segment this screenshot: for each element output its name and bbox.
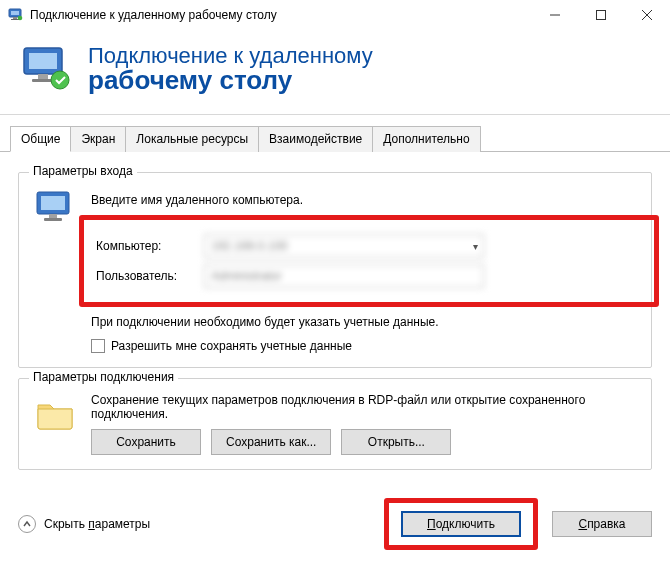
login-instruction: Введите имя удаленного компьютера. xyxy=(91,193,637,207)
connection-group: Параметры подключения Сохранение текущих… xyxy=(18,378,652,470)
open-button[interactable]: Открыть... xyxy=(341,429,451,455)
tab-bar: Общие Экран Локальные ресурсы Взаимодейс… xyxy=(0,125,670,152)
connection-desc: Сохранение текущих параметров подключени… xyxy=(91,393,637,421)
header-line2: рабочему столу xyxy=(88,67,373,93)
save-creds-checkbox[interactable] xyxy=(91,339,105,353)
tab-general[interactable]: Общие xyxy=(10,126,71,152)
save-button[interactable]: Сохранить xyxy=(91,429,201,455)
help-button[interactable]: Справка xyxy=(552,511,652,537)
rdp-icon xyxy=(20,42,74,96)
window-title: Подключение к удаленному рабочему столу xyxy=(30,8,532,22)
header-line1: Подключение к удаленному xyxy=(88,45,373,67)
close-button[interactable] xyxy=(624,0,670,30)
dialog-footer: Скрыть параметры Подключить Справка xyxy=(0,488,670,560)
svg-rect-16 xyxy=(49,214,57,218)
minimize-button[interactable] xyxy=(532,0,578,30)
svg-rect-11 xyxy=(38,74,48,79)
svg-point-4 xyxy=(18,16,23,21)
svg-rect-10 xyxy=(29,53,57,69)
credentials-hint: При подключении необходимо будет указать… xyxy=(91,315,637,329)
connect-button[interactable]: Подключить xyxy=(401,511,521,537)
svg-rect-17 xyxy=(44,218,62,221)
monitor-icon xyxy=(33,187,77,231)
login-group: Параметры входа Введите имя удаленного к… xyxy=(18,172,652,368)
titlebar: Подключение к удаленному рабочему столу xyxy=(0,0,670,30)
computer-label: Компьютер: xyxy=(96,239,204,253)
maximize-button[interactable] xyxy=(578,0,624,30)
tab-display[interactable]: Экран xyxy=(70,126,126,152)
window-controls xyxy=(532,0,670,30)
tab-content: Параметры входа Введите имя удаленного к… xyxy=(0,152,670,488)
svg-rect-6 xyxy=(597,11,606,20)
highlight-credentials: Компьютер: ▾ Пользователь: xyxy=(79,215,659,307)
save-creds-label: Разрешить мне сохранять учетные данные xyxy=(111,339,352,353)
svg-rect-1 xyxy=(11,11,19,15)
svg-rect-2 xyxy=(13,17,17,19)
tab-experience[interactable]: Взаимодействие xyxy=(258,126,373,152)
save-as-button[interactable]: Сохранить как... xyxy=(211,429,331,455)
svg-rect-15 xyxy=(41,196,65,210)
connection-group-title: Параметры подключения xyxy=(29,370,178,384)
svg-rect-3 xyxy=(11,19,19,20)
tab-advanced[interactable]: Дополнительно xyxy=(372,126,480,152)
tab-local-resources[interactable]: Локальные ресурсы xyxy=(125,126,259,152)
highlight-connect: Подключить xyxy=(384,498,538,550)
computer-input[interactable] xyxy=(204,234,484,258)
folder-icon xyxy=(33,393,77,437)
hide-params-link[interactable]: Скрыть параметры xyxy=(44,517,150,531)
app-icon xyxy=(8,7,24,23)
user-input[interactable] xyxy=(204,264,484,288)
svg-point-13 xyxy=(51,71,69,89)
collapse-icon[interactable] xyxy=(18,515,36,533)
login-group-title: Параметры входа xyxy=(29,164,137,178)
user-label: Пользователь: xyxy=(96,269,204,283)
dialog-header: Подключение к удаленному рабочему столу xyxy=(0,30,670,115)
